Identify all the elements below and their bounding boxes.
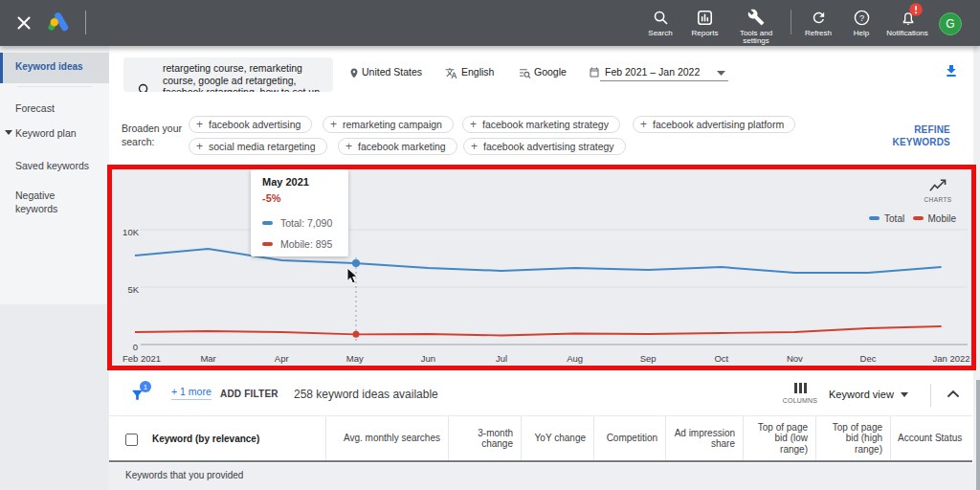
svg-text:Nov: Nov bbox=[787, 353, 803, 364]
svg-text:Mar: Mar bbox=[200, 353, 215, 364]
svg-text:Jul: Jul bbox=[496, 353, 507, 364]
svg-text:1: 1 bbox=[144, 383, 147, 391]
svg-text:?: ? bbox=[859, 13, 864, 23]
svg-text:May: May bbox=[346, 353, 364, 364]
svg-text:Dec: Dec bbox=[860, 353, 877, 364]
svg-text:Sep: Sep bbox=[640, 353, 657, 364]
svg-text:Aug: Aug bbox=[567, 353, 583, 364]
svg-text:5K: 5K bbox=[127, 284, 139, 295]
svg-text:Oct: Oct bbox=[714, 353, 728, 364]
svg-text:0: 0 bbox=[133, 342, 138, 352]
svg-text:Jun: Jun bbox=[421, 353, 435, 364]
svg-text:Jan 2022: Jan 2022 bbox=[932, 353, 969, 364]
svg-text:Apr: Apr bbox=[275, 353, 289, 364]
svg-text:10K: 10K bbox=[122, 227, 140, 237]
svg-text:Feb 2021: Feb 2021 bbox=[122, 353, 161, 364]
